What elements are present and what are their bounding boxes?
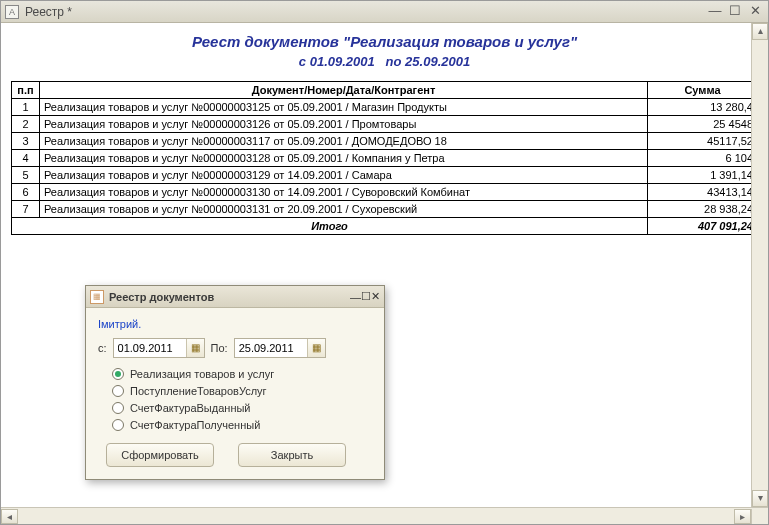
table-row: 5Реализация товаров и услуг №00000003129… bbox=[12, 167, 758, 184]
col-header-sum: Сумма bbox=[648, 82, 758, 99]
row-num: 1 bbox=[12, 99, 40, 116]
dialog-icon: ▦ bbox=[90, 290, 104, 304]
radio-icon bbox=[112, 419, 124, 431]
vertical-scrollbar[interactable]: ▴ ▾ bbox=[751, 23, 768, 507]
close-button[interactable]: ✕ bbox=[746, 4, 764, 20]
row-num: 6 bbox=[12, 184, 40, 201]
table-row: 4Реализация товаров и услуг №00000003128… bbox=[12, 150, 758, 167]
user-label: Iмитрий. bbox=[98, 318, 372, 330]
radio-label: Реализация товаров и услуг bbox=[130, 368, 274, 380]
close-dialog-button[interactable]: Закрыть bbox=[238, 443, 346, 467]
report-date-from: 01.09.2001 bbox=[310, 54, 375, 69]
minimize-button[interactable]: — bbox=[706, 4, 724, 20]
date-from-wrap: ▦ bbox=[113, 338, 205, 358]
row-sum: 13 280,4 bbox=[648, 99, 758, 116]
scroll-track[interactable] bbox=[752, 40, 768, 490]
table-row: 1Реализация товаров и услуг №00000003125… bbox=[12, 99, 758, 116]
table-row: 6Реализация товаров и услуг №00000003130… bbox=[12, 184, 758, 201]
window-title: Реестр * bbox=[25, 5, 72, 19]
scroll-up-icon[interactable]: ▴ bbox=[752, 23, 768, 40]
main-titlebar: A Реестр * — ☐ ✕ bbox=[1, 1, 768, 23]
table-row: 3Реализация товаров и услуг №00000003117… bbox=[12, 133, 758, 150]
row-doc: Реализация товаров и услуг №00000003117 … bbox=[40, 133, 648, 150]
to-label: По: bbox=[211, 342, 228, 354]
dialog-title: Реестр документов bbox=[109, 291, 214, 303]
row-num: 2 bbox=[12, 116, 40, 133]
row-doc: Реализация товаров и услуг №00000003130 … bbox=[40, 184, 648, 201]
report-date-to: 25.09.2001 bbox=[405, 54, 470, 69]
date-to-wrap: ▦ bbox=[234, 338, 326, 358]
radio-option[interactable]: СчетФактураПолученный bbox=[112, 419, 372, 431]
dialog-buttons: Сформировать Закрыть bbox=[98, 443, 372, 467]
generate-button[interactable]: Сформировать bbox=[106, 443, 214, 467]
row-sum: 43413,14 bbox=[648, 184, 758, 201]
subtitle-prefix: с bbox=[299, 54, 306, 69]
row-doc: Реализация товаров и услуг №00000003125 … bbox=[40, 99, 648, 116]
row-num: 4 bbox=[12, 150, 40, 167]
row-sum: 6 104 bbox=[648, 150, 758, 167]
row-num: 7 bbox=[12, 201, 40, 218]
subtitle-separator: по bbox=[386, 54, 402, 69]
row-num: 5 bbox=[12, 167, 40, 184]
calendar-icon[interactable]: ▦ bbox=[186, 339, 204, 357]
row-doc: Реализация товаров и услуг №00000003126 … bbox=[40, 116, 648, 133]
radio-label: СчетФактураПолученный bbox=[130, 419, 260, 431]
radio-option[interactable]: Реализация товаров и услуг bbox=[112, 368, 372, 380]
report-area: Реест документов "Реализация товаров и у… bbox=[1, 23, 768, 507]
radio-icon bbox=[112, 402, 124, 414]
calendar-icon[interactable]: ▦ bbox=[307, 339, 325, 357]
table-row: 2Реализация товаров и услуг №00000003126… bbox=[12, 116, 758, 133]
row-doc: Реализация товаров и услуг №00000003129 … bbox=[40, 167, 648, 184]
app-icon: A bbox=[5, 5, 19, 19]
scroll-corner bbox=[751, 509, 768, 524]
dialog-titlebar[interactable]: ▦ Реестр документов — ☐ ✕ bbox=[86, 286, 384, 308]
dialog-close-button[interactable]: ✕ bbox=[371, 290, 380, 303]
row-doc: Реализация товаров и услуг №00000003128 … bbox=[40, 150, 648, 167]
main-window: A Реестр * — ☐ ✕ Реест документов "Реали… bbox=[0, 0, 769, 525]
date-to-input[interactable] bbox=[235, 339, 307, 357]
radio-icon bbox=[112, 368, 124, 380]
row-doc: Реализация товаров и услуг №00000003131 … bbox=[40, 201, 648, 218]
date-row: с: ▦ По: ▦ bbox=[98, 338, 372, 358]
report-subtitle: с 01.09.2001 по 25.09.2001 bbox=[11, 54, 758, 69]
radio-label: СчетФактураВыданный bbox=[130, 402, 251, 414]
maximize-button[interactable]: ☐ bbox=[726, 4, 744, 20]
date-from-input[interactable] bbox=[114, 339, 186, 357]
radio-label: ПоступлениеТоваровУслуг bbox=[130, 385, 267, 397]
row-sum: 45117,52 bbox=[648, 133, 758, 150]
row-sum: 1 391,14 bbox=[648, 167, 758, 184]
from-label: с: bbox=[98, 342, 107, 354]
dialog-maximize-button[interactable]: ☐ bbox=[361, 290, 371, 303]
col-header-doc: Документ/Номер/Дата/Контрагент bbox=[40, 82, 648, 99]
radio-icon bbox=[112, 385, 124, 397]
row-sum: 25 4548 bbox=[648, 116, 758, 133]
scroll-down-icon[interactable]: ▾ bbox=[752, 490, 768, 507]
total-sum: 407 091,24 bbox=[648, 218, 758, 235]
col-header-num: п.п bbox=[12, 82, 40, 99]
row-num: 3 bbox=[12, 133, 40, 150]
scroll-right-icon[interactable]: ▸ bbox=[734, 509, 751, 524]
report-table: п.п Документ/Номер/Дата/Контрагент Сумма… bbox=[11, 81, 758, 235]
dialog-minimize-button[interactable]: — bbox=[350, 291, 361, 303]
table-row: 7Реализация товаров и услуг №00000003131… bbox=[12, 201, 758, 218]
params-dialog: ▦ Реестр документов — ☐ ✕ Iмитрий. с: ▦ … bbox=[85, 285, 385, 480]
report-title: Реест документов "Реализация товаров и у… bbox=[11, 33, 758, 50]
radio-option[interactable]: ПоступлениеТоваровУслуг bbox=[112, 385, 372, 397]
doc-type-radiogroup: Реализация товаров и услугПоступлениеТов… bbox=[112, 368, 372, 431]
total-label: Итого bbox=[12, 218, 648, 235]
row-sum: 28 938,24 bbox=[648, 201, 758, 218]
scroll-left-icon[interactable]: ◂ bbox=[1, 509, 18, 524]
dialog-body: Iмитрий. с: ▦ По: ▦ Реализация товаров и… bbox=[86, 308, 384, 479]
radio-option[interactable]: СчетФактураВыданный bbox=[112, 402, 372, 414]
horizontal-scrollbar[interactable]: ◂ ▸ bbox=[1, 507, 768, 524]
